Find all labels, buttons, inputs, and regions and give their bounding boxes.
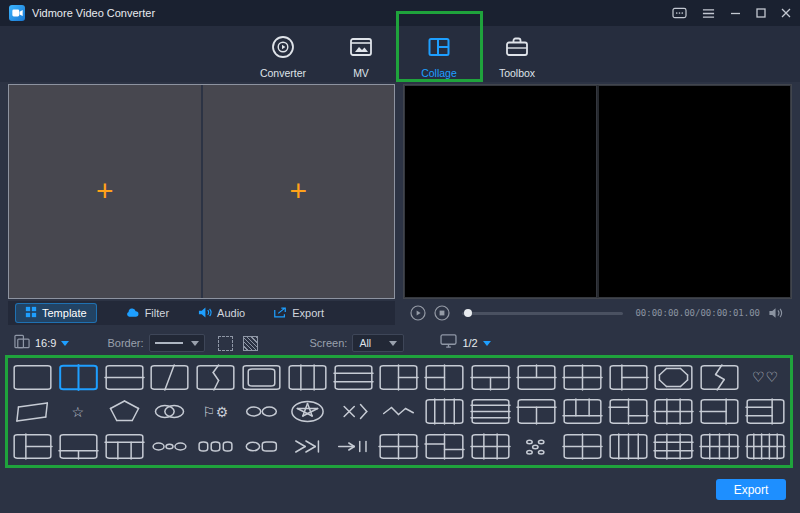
- collage-grid-icon: [426, 34, 452, 64]
- template-three-squares[interactable]: [196, 434, 235, 459]
- template-four-vertical[interactable]: [425, 399, 464, 424]
- feedback-icon[interactable]: [672, 5, 687, 21]
- close-button[interactable]: [781, 5, 791, 21]
- volume-icon[interactable]: [768, 306, 785, 320]
- template-top-bottom-split[interactable]: [517, 399, 556, 424]
- audio-speaker-icon: [197, 306, 212, 321]
- add-video-icon[interactable]: +: [289, 175, 307, 205]
- screen-group: Screen: All: [310, 334, 405, 352]
- template-grid-5x2[interactable]: [746, 434, 785, 459]
- template-two-circles[interactable]: [242, 399, 281, 424]
- tab-collage[interactable]: Collage: [407, 34, 471, 82]
- monitor-icon: [440, 334, 457, 352]
- template-grid-2x3[interactable]: [654, 399, 693, 424]
- maximize-button[interactable]: [756, 5, 766, 21]
- template-flag-gear[interactable]: ⚐⚙: [196, 399, 235, 424]
- border-style-select[interactable]: [149, 334, 205, 352]
- titlebar-controls: [672, 5, 791, 21]
- template-grid-2x2[interactable]: [563, 365, 602, 390]
- template-grid-2x2-b[interactable]: [379, 434, 418, 459]
- template-four-horizontal[interactable]: [471, 399, 510, 424]
- template-bottom-split[interactable]: [471, 365, 510, 390]
- template-banner[interactable]: [13, 399, 52, 424]
- template-top-row-columns[interactable]: [105, 434, 144, 459]
- template-grid-offset[interactable]: [425, 434, 464, 459]
- seek-slider[interactable]: [462, 312, 623, 315]
- add-video-icon[interactable]: +: [96, 175, 114, 205]
- template-right-split[interactable]: [379, 365, 418, 390]
- collage-slot-1[interactable]: +: [9, 85, 201, 298]
- filter-cloud-icon: [125, 307, 140, 320]
- tab-converter[interactable]: Converter: [251, 34, 315, 82]
- template-left-column-rows[interactable]: [13, 434, 52, 459]
- border-group: Border:: [107, 334, 257, 352]
- template-three-vertical[interactable]: [288, 365, 327, 390]
- template-grid-3x2[interactable]: [471, 434, 510, 459]
- template-left-split[interactable]: [425, 365, 464, 390]
- template-left-rows[interactable]: [746, 399, 785, 424]
- time-display: 00:00:00.00/00:00:01.00: [635, 308, 760, 318]
- template-star-badge[interactable]: [288, 399, 327, 424]
- template-octagon-inset[interactable]: [654, 365, 693, 390]
- template-wave[interactable]: [379, 399, 418, 424]
- template-stagger[interactable]: [609, 399, 648, 424]
- menu-icon[interactable]: [702, 5, 715, 21]
- template-zigzag[interactable]: [700, 365, 739, 390]
- template-blank[interactable]: [13, 365, 52, 390]
- template-fast-forward[interactable]: [288, 434, 327, 459]
- template-grid-4x2[interactable]: [700, 434, 739, 459]
- tab-template[interactable]: Template: [15, 303, 97, 323]
- template-three-horizontal[interactable]: [334, 365, 373, 390]
- hatch-pattern-icon[interactable]: [243, 336, 258, 351]
- template-grid-3x3[interactable]: [654, 434, 693, 459]
- template-arrow-bars[interactable]: [334, 434, 373, 459]
- template-diagonal[interactable]: [150, 365, 189, 390]
- screen-label: Screen:: [310, 337, 348, 349]
- template-rounded-inset[interactable]: [242, 365, 281, 390]
- ratio-dropdown-arrow[interactable]: [61, 341, 69, 346]
- template-grid-2x2-c[interactable]: [563, 434, 602, 459]
- collage-slot-2[interactable]: +: [201, 85, 395, 298]
- tab-toolbox[interactable]: Toolbox: [485, 34, 549, 82]
- minimize-button[interactable]: [730, 5, 741, 21]
- tab-mv[interactable]: MV: [329, 34, 393, 82]
- tab-toolbox-label: Toolbox: [499, 67, 535, 79]
- video-preview: [403, 84, 792, 299]
- tab-filter[interactable]: Filter: [125, 305, 169, 322]
- template-columns-bottom[interactable]: [563, 399, 602, 424]
- tab-export[interactable]: Export: [273, 304, 324, 323]
- template-curve[interactable]: [196, 365, 235, 390]
- screen-select[interactable]: All: [352, 334, 404, 352]
- play-icon[interactable]: [410, 305, 426, 321]
- template-two-horizontal[interactable]: [105, 365, 144, 390]
- tab-filter-label: Filter: [145, 307, 169, 319]
- converter-disc-icon: [270, 34, 296, 64]
- template-two-vertical[interactable]: [59, 365, 98, 390]
- tab-audio[interactable]: Audio: [197, 304, 245, 323]
- tab-mv-label: MV: [353, 67, 369, 79]
- page-dropdown-arrow[interactable]: [483, 341, 491, 346]
- template-overlap-circles[interactable]: [150, 399, 189, 424]
- template-four-columns[interactable]: [609, 434, 648, 459]
- titlebar: Vidmore Video Converter: [0, 0, 800, 26]
- stop-icon[interactable]: [434, 305, 450, 321]
- border-dropdown-arrow: [191, 341, 199, 346]
- template-offset-grid[interactable]: [609, 365, 648, 390]
- tab-converter-label: Converter: [260, 67, 306, 79]
- dashed-border-icon[interactable]: [218, 336, 233, 351]
- collage-toolbar-tabs: Template Filter Audio Export: [8, 301, 395, 325]
- player-controls: 00:00:00.00/00:00:01.00: [403, 301, 792, 325]
- border-line-sample: [155, 342, 183, 344]
- template-hearts[interactable]: ♡♡: [746, 365, 785, 390]
- template-side-panel[interactable]: [700, 399, 739, 424]
- seek-handle[interactable]: [464, 309, 472, 317]
- template-dots[interactable]: [517, 434, 556, 459]
- template-star[interactable]: ☆: [59, 399, 98, 424]
- template-bottom-row-split[interactable]: [59, 434, 98, 459]
- template-top-split[interactable]: [517, 365, 556, 390]
- export-button[interactable]: Export: [716, 479, 786, 500]
- template-circle-square[interactable]: [242, 434, 281, 459]
- template-pentagon[interactable]: [105, 399, 144, 424]
- template-three-circles[interactable]: [150, 434, 189, 459]
- template-cross-bracket[interactable]: [334, 399, 373, 424]
